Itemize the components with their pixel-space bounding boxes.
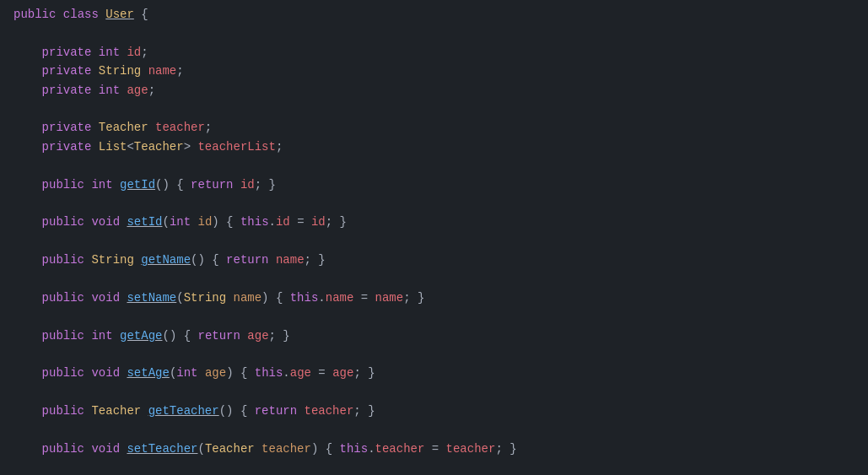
code-line [0, 156, 868, 175]
code-line [0, 345, 868, 364]
code-line: public int getAge() { return age; } [0, 327, 868, 345]
code-line: private String name; [0, 62, 868, 80]
code-line: private int id; [0, 43, 868, 62]
code-line [0, 100, 868, 118]
code-line: public void setTeacher(Teacher teacher) … [0, 440, 868, 458]
code-line [0, 458, 868, 475]
code-line: public class User { [0, 5, 868, 24]
code-editor: public class User { private int id; priv… [0, 0, 868, 475]
code-line: private Teacher teacher; [0, 118, 868, 137]
code-line [0, 383, 868, 402]
code-line: private int age; [0, 81, 868, 100]
code-line [0, 232, 868, 251]
code-line [0, 194, 868, 213]
code-line: public void setName(String name) { this.… [0, 289, 868, 307]
code-line: private List<Teacher> teacherList; [0, 138, 868, 156]
code-line [0, 269, 868, 288]
code-line: public void setAge(int age) { this.age =… [0, 364, 868, 382]
code-line [0, 307, 868, 326]
code-line [0, 24, 868, 42]
code-line: public int getId() { return id; } [0, 175, 868, 194]
code-line [0, 421, 868, 440]
code-line: public String getName() { return name; } [0, 251, 868, 269]
code-line: public void setId(int id) { this.id = id… [0, 213, 868, 231]
code-line: public Teacher getTeacher() { return tea… [0, 402, 868, 420]
